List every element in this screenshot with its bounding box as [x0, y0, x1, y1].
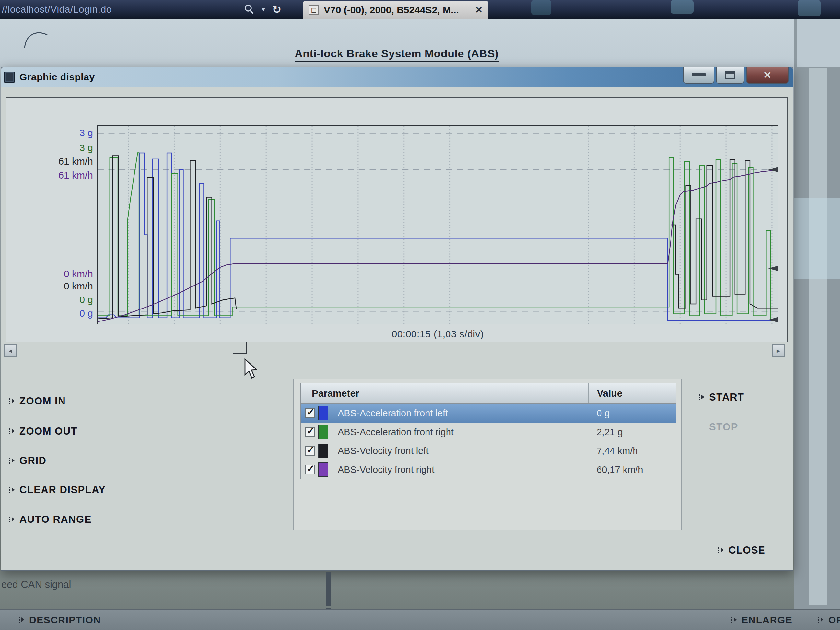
browser-tab[interactable]: ▤ V70 (-00), 2000, B5244S2, M... ✕: [303, 1, 488, 19]
command-bullet-icon: [718, 546, 724, 554]
dialog-titlebar[interactable]: Graphic display ✕: [1, 68, 793, 87]
y-axis-label: 3 g: [12, 142, 93, 153]
table-row[interactable]: ✓ABS-Velocity front left7,44 km/h: [301, 441, 676, 460]
x-axis-caption: 00:00:15 (1,03 s/div): [97, 328, 778, 339]
command-zoom-in[interactable]: ZOOM IN: [9, 395, 66, 407]
restore-icon: [725, 71, 735, 79]
series-color-swatch: [318, 425, 328, 439]
screen-glare: [671, 0, 693, 14]
command-grid[interactable]: GRID: [9, 455, 47, 467]
screen-glare: [798, 0, 821, 16]
parameter-panel: Parameter Value ✓ABS-Acceleration front …: [293, 379, 682, 530]
scroll-right-icon: ▸: [777, 347, 780, 355]
y-axis-label: 0 g: [12, 308, 93, 319]
command-bullet-icon: [731, 616, 737, 624]
y-axis-label: 0 km/h: [12, 281, 93, 292]
parameter-value: 0 g: [588, 408, 676, 419]
series-color-swatch: [318, 406, 328, 420]
parameter-name: ABS-Acceleration front right: [338, 427, 588, 437]
start-button[interactable]: START: [699, 392, 744, 403]
close-window-button[interactable]: ✕: [746, 67, 789, 84]
parameter-value: 60,17 km/h: [588, 464, 676, 475]
y-axis-label: 3 g: [12, 127, 93, 138]
minimize-button[interactable]: [683, 67, 714, 84]
tab-favicon-icon: ▤: [309, 5, 319, 15]
status-text: eed CAN signal: [1, 579, 71, 591]
command-bullet-icon: [9, 516, 15, 523]
table-header: Parameter Value: [301, 384, 676, 404]
command-bullet-icon: [9, 486, 15, 494]
tab-close-icon[interactable]: ✕: [475, 5, 483, 15]
dialog-title: Graphic display: [19, 72, 95, 83]
parameter-checkbox[interactable]: ✓: [305, 427, 315, 437]
screen-glare: [532, 0, 551, 15]
parameter-table: Parameter Value ✓ABS-Acceleration front …: [300, 383, 676, 479]
command-auto-range[interactable]: AUTO RANGE: [9, 514, 92, 525]
series-color-swatch: [318, 463, 328, 477]
stop-button: STOP: [699, 421, 738, 433]
graphic-display-dialog: Graphic display ✕ 3 g3 g61 km/h61 km/h0 …: [1, 67, 793, 571]
command-bullet-icon: [9, 397, 15, 405]
command-bullet-icon: [818, 616, 824, 624]
mouse-cursor: [244, 358, 259, 380]
options-button[interactable]: OPE: [818, 614, 840, 625]
page-fragment: [797, 19, 840, 68]
page-scrollbar[interactable]: [809, 68, 827, 605]
command-bullet-icon: [19, 616, 25, 624]
table-row[interactable]: ✓ABS-Acceleration front left0 g: [301, 404, 676, 423]
y-axis-label: 0 g: [12, 294, 93, 305]
tab-title: V70 (-00), 2000, B5244S2, M...: [324, 5, 470, 16]
scroll-left-icon: ◂: [9, 347, 12, 355]
search-dropdown-icon[interactable]: ▼: [261, 6, 266, 13]
command-clear-display[interactable]: CLEAR DISPLAY: [9, 484, 106, 496]
column-header-parameter[interactable]: Parameter: [301, 384, 588, 403]
check-icon: ✓: [306, 444, 315, 455]
parameter-name: ABS-Velocity front left: [338, 445, 588, 456]
scroll-right-button[interactable]: ▸: [772, 344, 785, 357]
address-url[interactable]: //localhost/Vida/Login.do: [2, 4, 112, 15]
page-right-strip: [794, 19, 840, 630]
table-row[interactable]: ✓ABS-Acceleration front right2,21 g: [301, 423, 676, 441]
y-axis-label: 61 km/h: [12, 170, 93, 181]
parameter-checkbox[interactable]: ✓: [305, 446, 315, 456]
y-axis-label: 61 km/h: [12, 156, 93, 167]
minimize-icon: [692, 73, 706, 76]
chart-corner-handle[interactable]: [233, 341, 247, 354]
command-zoom-out[interactable]: ZOOM OUT: [9, 426, 77, 437]
page-title: Anti-lock Brake System Module (ABS): [0, 47, 793, 62]
dialog-icon: [4, 72, 15, 83]
trace-end-marker: [768, 167, 778, 172]
restore-button[interactable]: [716, 67, 744, 84]
table-row[interactable]: ✓ABS-Velocity front right60,17 km/h: [301, 460, 676, 479]
chart-frame: 3 g3 g61 km/h61 km/h0 km/h0 km/h0 g0 g 0…: [6, 97, 788, 342]
scroll-left-button[interactable]: ◂: [4, 344, 17, 357]
series-color-swatch: [318, 444, 328, 458]
bottom-bar: DESCRIPTION ENLARGE OPE: [0, 609, 840, 630]
page-fragment: [794, 198, 840, 279]
parameter-value: 7,44 km/h: [588, 445, 676, 456]
close-icon: ✕: [763, 69, 771, 81]
check-icon: ✓: [306, 425, 315, 437]
description-button[interactable]: DESCRIPTION: [19, 614, 101, 625]
page-divider: [326, 572, 331, 606]
browser-bar: //localhost/Vida/Login.do ▼ ↻ ▤ V70 (-00…: [0, 0, 840, 19]
check-icon: ✓: [306, 463, 315, 474]
parameter-checkbox[interactable]: ✓: [305, 465, 315, 474]
enlarge-button[interactable]: ENLARGE: [731, 614, 793, 625]
refresh-icon[interactable]: ↻: [272, 4, 282, 15]
command-bullet-icon: [9, 457, 15, 465]
trace-end-marker: [768, 317, 778, 322]
parameter-name: ABS-Acceleration front left: [338, 408, 588, 419]
screen: //localhost/Vida/Login.do ▼ ↻ ▤ V70 (-00…: [0, 0, 840, 630]
column-header-value[interactable]: Value: [588, 384, 676, 403]
command-bullet-icon: [9, 428, 15, 435]
check-icon: ✓: [306, 406, 315, 418]
parameter-checkbox[interactable]: ✓: [305, 408, 315, 418]
search-icon[interactable]: [244, 4, 255, 15]
parameter-value: 2,21 g: [588, 427, 676, 437]
command-bullet-icon: [699, 393, 704, 401]
parameter-name: ABS-Velocity front right: [338, 464, 588, 475]
close-button[interactable]: CLOSE: [718, 545, 766, 556]
chart-plot-area[interactable]: [97, 125, 778, 324]
y-axis-label: 0 km/h: [12, 268, 93, 279]
